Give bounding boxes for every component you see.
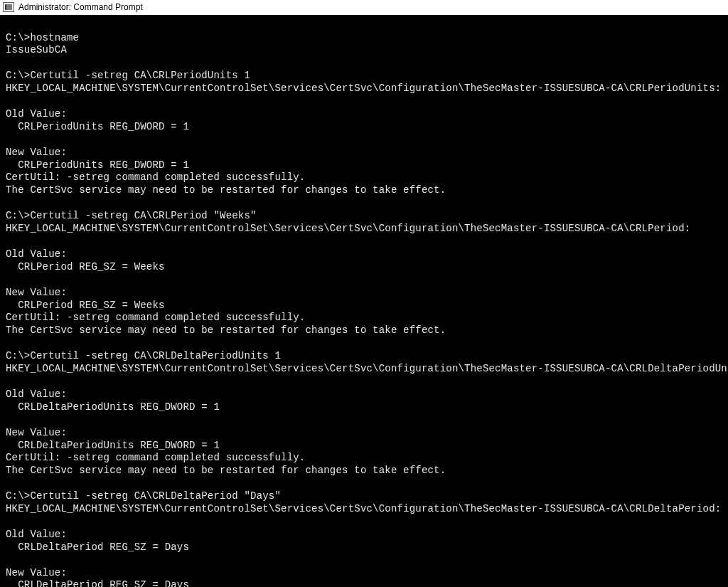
new-line-4: CRLDeltaPeriod REG_SZ = Days — [6, 579, 189, 587]
cmd-setreg-3: Certutil -setreg CA\CRLDeltaPeriodUnits … — [30, 350, 281, 361]
cmd-window: Administrator: Command Prompt C:\>hostna… — [0, 0, 728, 587]
old-label-3: Old Value: — [6, 388, 67, 400]
cmd-setreg-1: Certutil -setreg CA\CRLPeriodUnits 1 — [30, 70, 250, 81]
new-label-4: New Value: — [6, 567, 67, 578]
prompt: C:\> — [6, 70, 30, 81]
completed-1: CertUtil: -setreg command completed succ… — [6, 171, 305, 183]
prompt: C:\> — [6, 210, 30, 221]
restart-2: The CertSvc service may need to be resta… — [6, 324, 446, 336]
old-line-4: CRLDeltaPeriod REG_SZ = Days — [6, 541, 189, 553]
cmd-setreg-2: Certutil -setreg CA\CRLPeriod "Weeks" — [30, 210, 256, 221]
regpath-4: HKEY_LOCAL_MACHINE\SYSTEM\CurrentControl… — [6, 503, 721, 514]
regpath-2: HKEY_LOCAL_MACHINE\SYSTEM\CurrentControl… — [6, 223, 690, 234]
prompt: C:\> — [6, 350, 30, 361]
old-label-4: Old Value: — [6, 529, 67, 540]
hostname-output: IssueSubCA — [6, 44, 67, 55]
prompt: C:\> — [6, 32, 30, 43]
regpath-3: HKEY_LOCAL_MACHINE\SYSTEM\CurrentControl… — [6, 363, 728, 374]
restart-1: The CertSvc service may need to be resta… — [6, 184, 446, 196]
old-line-1: CRLPeriodUnits REG_DWORD = 1 — [6, 121, 189, 132]
new-line-2: CRLPeriod REG_SZ = Weeks — [6, 300, 165, 311]
window-title: Administrator: Command Prompt — [18, 2, 143, 12]
old-line-2: CRLPeriod REG_SZ = Weeks — [6, 261, 165, 273]
cmd-hostname: hostname — [30, 32, 79, 43]
new-label-2: New Value: — [6, 287, 67, 298]
old-label-2: Old Value: — [6, 248, 67, 260]
terminal-output[interactable]: C:\>hostname IssueSubCA C:\>Certutil -se… — [0, 15, 728, 587]
regpath-1: HKEY_LOCAL_MACHINE\SYSTEM\CurrentControl… — [6, 83, 721, 94]
new-line-3: CRLDeltaPeriodUnits REG_DWORD = 1 — [6, 440, 220, 451]
old-label-1: Old Value: — [6, 108, 67, 120]
old-line-3: CRLDeltaPeriodUnits REG_DWORD = 1 — [6, 401, 220, 413]
new-label-1: New Value: — [6, 147, 67, 158]
cmd-icon — [3, 2, 14, 12]
new-label-3: New Value: — [6, 427, 67, 438]
cmd-setreg-4: Certutil -setreg CA\CRLDeltaPeriod "Days… — [30, 490, 281, 502]
new-line-1: CRLPeriodUnits REG_DWORD = 1 — [6, 159, 189, 171]
restart-3: The CertSvc service may need to be resta… — [6, 465, 446, 476]
completed-3: CertUtil: -setreg command completed succ… — [6, 452, 305, 463]
titlebar[interactable]: Administrator: Command Prompt — [0, 0, 728, 15]
completed-2: CertUtil: -setreg command completed succ… — [6, 312, 305, 323]
prompt: C:\> — [6, 490, 30, 502]
